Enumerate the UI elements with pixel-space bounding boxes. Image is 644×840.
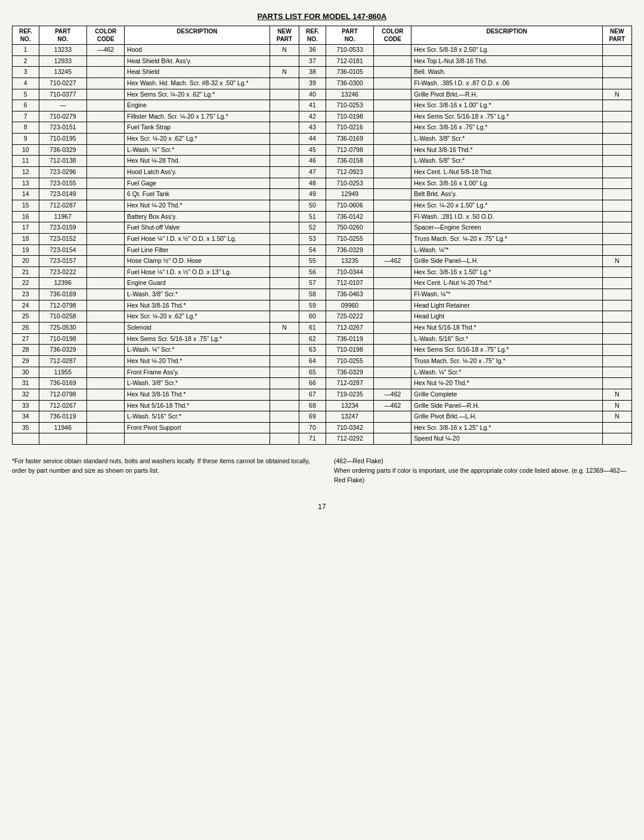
left-new	[270, 266, 299, 278]
left-new	[270, 355, 299, 367]
left-new	[270, 200, 299, 211]
left-ref: 21	[13, 266, 39, 278]
left-color	[87, 111, 125, 122]
right-ref: 58	[299, 289, 326, 300]
right-ref: 68	[299, 400, 326, 411]
left-color	[87, 55, 125, 67]
left-new	[270, 333, 299, 345]
right-part: 13247	[326, 411, 374, 423]
right-desc: Hex Nut 3/8-16 Thd.*	[411, 144, 602, 156]
left-part: 712-0287	[39, 200, 87, 211]
left-ref: 25	[13, 311, 39, 323]
left-color	[87, 400, 125, 411]
right-color	[374, 345, 411, 356]
left-part: 13233	[39, 45, 87, 56]
right-color	[374, 100, 411, 111]
footer-section: *For faster service obtain standard nuts…	[12, 457, 632, 485]
left-new	[270, 211, 299, 222]
right-new	[602, 378, 631, 389]
right-color: —462	[374, 400, 411, 411]
right-desc: Hex Cent. L-Nut ¼-20 Thd.*	[411, 278, 602, 289]
left-ref: 10	[13, 144, 39, 156]
table-row: 14 723-0149 6 Qt. Fuel Tank 49 12949 Bel…	[13, 189, 632, 200]
right-color	[374, 244, 411, 256]
left-ref: 20	[13, 256, 39, 267]
right-part: 712-0181	[326, 55, 374, 67]
table-row: 7 710-0279 Fillister Mach. Scr. ¼-20 x 1…	[13, 111, 632, 122]
right-ref: 65	[299, 367, 326, 378]
header-ref-no2: REF.NO.	[299, 26, 326, 45]
left-ref: 24	[13, 300, 39, 311]
left-ref	[13, 433, 39, 445]
header-color-code2: COLORCODE	[374, 26, 411, 45]
right-part: 712-0287	[326, 378, 374, 389]
right-desc: Grille Side Panel—L.H.	[411, 256, 602, 267]
right-color	[374, 289, 411, 300]
left-ref: 27	[13, 333, 39, 345]
right-part: 12949	[326, 189, 374, 200]
left-part: 710-0377	[39, 89, 87, 100]
right-color	[374, 355, 411, 367]
table-row: 29 712-0287 Hex Nut ¼-20 Thd.* 64 710-02…	[13, 355, 632, 367]
left-part: 723-0151	[39, 122, 87, 134]
left-ref: 8	[13, 122, 39, 134]
left-part: 736-0329	[39, 345, 87, 356]
right-new	[602, 355, 631, 367]
right-new	[602, 433, 631, 445]
right-desc: Hex Nut 5/16-18 Thd.*	[411, 323, 602, 334]
left-ref: 30	[13, 367, 39, 378]
left-desc: Front Pivot Support	[125, 422, 270, 433]
right-part: 712-0923	[326, 167, 374, 178]
left-color	[87, 189, 125, 200]
table-row: 35 11946 Front Pivot Support 70 710-0342…	[13, 422, 632, 433]
left-part: 723-0155	[39, 178, 87, 189]
right-color	[374, 45, 411, 56]
table-row: 2 12933 Heat Shield Brkt. Ass'y. 37 712-…	[13, 55, 632, 67]
left-ref: 31	[13, 378, 39, 389]
left-part: 723-0159	[39, 222, 87, 234]
right-new	[602, 100, 631, 111]
left-part: 710-0198	[39, 333, 87, 345]
right-desc: Belt Brkt. Ass'y.	[411, 189, 602, 200]
left-ref: 33	[13, 400, 39, 411]
right-ref: 40	[299, 89, 326, 100]
left-color	[87, 134, 125, 145]
left-new	[270, 89, 299, 100]
right-new: N	[602, 411, 631, 423]
right-part: 710-0255	[326, 355, 374, 367]
right-new	[602, 311, 631, 323]
right-part: 736-0105	[326, 67, 374, 78]
left-part: 710-0279	[39, 111, 87, 122]
right-desc: Hex Sems Scr. 5/16-18 x .75" Lg.*	[411, 111, 602, 122]
left-color	[87, 256, 125, 267]
left-desc: Hex Scr. ¼-20 x .62" Lg.*	[125, 134, 270, 145]
left-color	[87, 422, 125, 433]
right-ref: 53	[299, 233, 326, 244]
left-part: 13245	[39, 67, 87, 78]
right-part: 712-0107	[326, 278, 374, 289]
right-part: 710-0198	[326, 345, 374, 356]
right-desc: Fl-Wash. ¼"*	[411, 289, 602, 300]
right-new	[602, 289, 631, 300]
right-ref: 48	[299, 178, 326, 189]
footer-left: *For faster service obtain standard nuts…	[12, 457, 310, 485]
left-part: 12396	[39, 278, 87, 289]
left-color	[87, 367, 125, 378]
left-ref: 18	[13, 233, 39, 244]
left-new	[270, 189, 299, 200]
right-ref: 46	[299, 156, 326, 167]
table-row: 8 723-0151 Fuel Tank Strap 43 710-0216 H…	[13, 122, 632, 134]
right-ref: 44	[299, 134, 326, 145]
left-new: N	[270, 323, 299, 334]
right-ref: 49	[299, 189, 326, 200]
left-ref: 5	[13, 89, 39, 100]
left-color	[87, 389, 125, 400]
table-row: 71 712-0292 Speed Nut ¼-20	[13, 433, 632, 445]
left-part: —	[39, 100, 87, 111]
right-new	[602, 244, 631, 256]
right-new	[602, 367, 631, 378]
left-part: 736-0119	[39, 411, 87, 423]
left-color	[87, 411, 125, 423]
left-new	[270, 433, 299, 445]
right-desc: Hex Sems Scr. 5/16-18 x .75" Lg.*	[411, 345, 602, 356]
